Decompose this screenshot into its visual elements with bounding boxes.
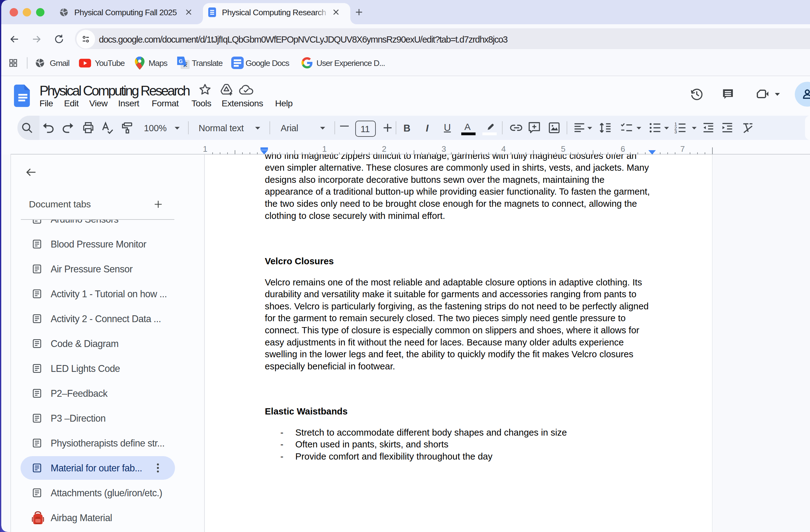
svg-text:G: G <box>179 59 183 64</box>
svg-text:3: 3 <box>675 129 677 134</box>
